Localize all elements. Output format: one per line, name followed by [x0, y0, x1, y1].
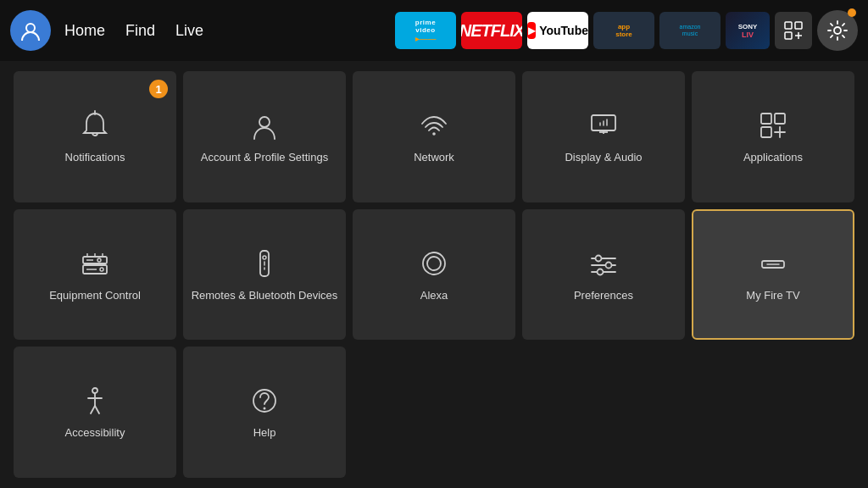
- nav-live-link[interactable]: Live: [175, 22, 203, 40]
- netflix-app[interactable]: NETFLIX: [461, 12, 522, 49]
- tile-my-fire-tv[interactable]: My Fire TV: [692, 209, 854, 341]
- tile-remotes-bluetooth[interactable]: Remotes & Bluetooth Devices: [183, 209, 346, 341]
- prime-video-app[interactable]: prime video ▸——: [395, 12, 456, 49]
- svg-rect-15: [761, 127, 771, 137]
- svg-point-37: [606, 262, 612, 268]
- account-icon: [248, 108, 281, 142]
- top-navigation: Home Find Live prime video ▸—— NETFLIX ▶…: [0, 0, 868, 61]
- equipment-icon: [78, 247, 112, 280]
- svg-line-44: [91, 406, 95, 413]
- nav-home-link[interactable]: Home: [64, 22, 105, 40]
- svg-point-36: [596, 255, 602, 261]
- tile-accessibility[interactable]: Accessibility: [14, 347, 176, 478]
- svg-point-32: [427, 257, 441, 270]
- svg-rect-1: [785, 22, 792, 29]
- preferences-icon: [587, 247, 620, 280]
- svg-point-9: [432, 132, 436, 136]
- wifi-icon: [417, 108, 451, 142]
- youtube-app[interactable]: ▶ YouTube: [527, 12, 588, 49]
- display-icon: [587, 108, 620, 142]
- accessibility-icon: [78, 384, 112, 418]
- tile-alexa-label: Alexa: [420, 289, 448, 303]
- tile-network-label: Network: [414, 151, 454, 165]
- svg-point-47: [264, 408, 266, 410]
- svg-point-0: [26, 24, 35, 32]
- settings-main: 1 Notifications Account & Profile Settin…: [0, 61, 868, 488]
- svg-point-23: [100, 268, 103, 271]
- svg-point-31: [423, 252, 445, 274]
- settings-grid: 1 Notifications Account & Profile Settin…: [14, 71, 854, 478]
- amazon-music-app[interactable]: amazonmusic: [659, 12, 721, 49]
- svg-rect-2: [795, 22, 802, 29]
- all-apps-button[interactable]: [775, 12, 812, 49]
- tile-help-label: Help: [253, 426, 276, 441]
- notifications-badge: 1: [149, 80, 168, 98]
- svg-point-8: [259, 117, 270, 127]
- tile-display-label: Display & Audio: [565, 151, 642, 165]
- svg-point-21: [97, 258, 101, 262]
- svg-line-45: [95, 406, 99, 413]
- firetv-icon: [756, 247, 790, 280]
- tile-network[interactable]: Network: [353, 71, 515, 202]
- tile-help[interactable]: Help: [183, 347, 346, 478]
- svg-rect-14: [775, 114, 785, 124]
- appstore-app[interactable]: app store: [593, 12, 654, 49]
- tile-applications[interactable]: Applications: [692, 71, 854, 202]
- alexa-icon: [417, 247, 451, 280]
- tile-account-label: Account & Profile Settings: [201, 151, 328, 165]
- tile-applications-label: Applications: [743, 151, 803, 165]
- tile-equipment-control[interactable]: Equipment Control: [14, 209, 176, 341]
- tile-preferences[interactable]: Preferences: [522, 209, 685, 341]
- tile-remotes-label: Remotes & Bluetooth Devices: [192, 289, 338, 303]
- tile-notifications[interactable]: 1 Notifications: [14, 71, 176, 202]
- tile-account[interactable]: Account & Profile Settings: [183, 71, 346, 202]
- nav-links: Home Find Live: [64, 22, 203, 40]
- svg-rect-13: [761, 114, 771, 124]
- tile-alexa[interactable]: Alexa: [353, 209, 515, 341]
- svg-point-38: [598, 269, 604, 274]
- applications-icon: [756, 108, 790, 142]
- svg-point-6: [834, 27, 841, 34]
- bell-icon: [78, 108, 112, 142]
- remote-icon: [248, 247, 281, 280]
- tile-accessibility-label: Accessibility: [65, 426, 125, 441]
- tile-equipment-label: Equipment Control: [49, 289, 141, 303]
- tile-notifications-label: Notifications: [65, 151, 125, 165]
- tile-preferences-label: Preferences: [574, 289, 633, 303]
- svg-point-28: [263, 256, 266, 259]
- svg-rect-3: [785, 32, 792, 39]
- nav-find-link[interactable]: Find: [125, 22, 155, 40]
- tile-myfiretv-label: My Fire TV: [746, 289, 799, 303]
- help-icon: [248, 384, 281, 418]
- sony-liv-app[interactable]: SONY LIV: [726, 12, 770, 49]
- tile-display[interactable]: Display & Audio: [522, 71, 685, 202]
- nav-apps-bar: prime video ▸—— NETFLIX ▶ YouTube app st…: [395, 10, 858, 51]
- user-avatar[interactable]: [10, 10, 51, 51]
